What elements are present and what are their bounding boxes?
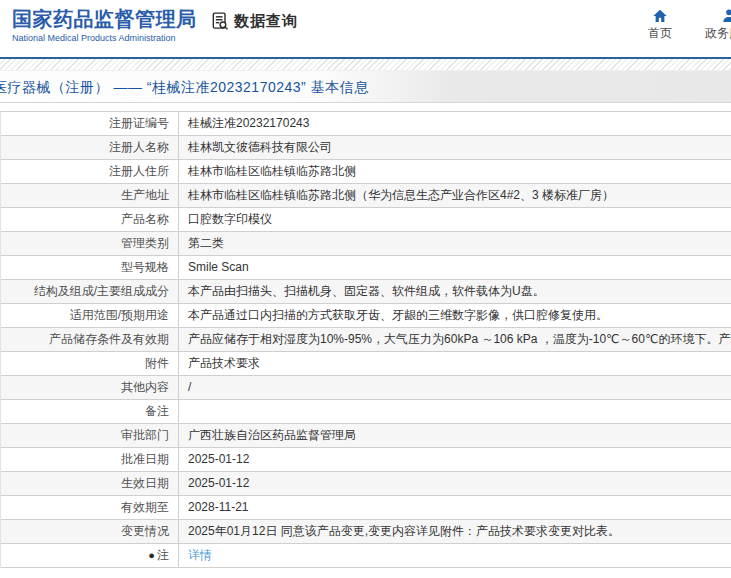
row-value: 桂林市临桂区临桂镇临苏路北侧（华为信息生态产业合作区4#2、3 楼标准厂房） bbox=[179, 184, 731, 207]
table-row: 生效日期2025-01-12 bbox=[1, 472, 731, 496]
detail-link[interactable]: 详情 bbox=[188, 548, 212, 562]
row-label: 有效期至 bbox=[1, 496, 179, 519]
table-row: 注册证编号桂械注准20232170243 bbox=[1, 112, 731, 136]
stripe-band bbox=[0, 59, 731, 71]
row-label: 适用范围/预期用途 bbox=[1, 304, 179, 327]
table-row: 注册人名称桂林凯文彼德科技有限公司 bbox=[1, 136, 731, 160]
row-value: 口腔数字印模仪 bbox=[179, 208, 731, 231]
table-row: 产品名称口腔数字印模仪 bbox=[1, 208, 731, 232]
nmpa-logo[interactable]: 国家药品监督管理局 National Medical Products Admi… bbox=[12, 7, 197, 44]
row-label: 产品名称 bbox=[1, 208, 179, 231]
data-query-label: 数据查询 bbox=[234, 12, 298, 31]
data-query-section: 数据查询 bbox=[210, 11, 298, 31]
site-header: 国家药品监督管理局 National Medical Products Admi… bbox=[0, 0, 731, 57]
table-row: 有效期至2028-11-21 bbox=[1, 496, 731, 520]
row-value: 桂械注准20232170243 bbox=[179, 112, 731, 135]
row-label: 注册人名称 bbox=[1, 136, 179, 159]
table-row: ●注详情 bbox=[1, 544, 731, 568]
row-value: 2025-01-12 bbox=[179, 472, 731, 495]
row-label: 注册人住所 bbox=[1, 160, 179, 183]
row-value: 广西壮族自治区药品监督管理局 bbox=[179, 424, 731, 447]
nav-gov-services[interactable]: 政务服务 bbox=[703, 8, 731, 40]
row-label: 注册证编号 bbox=[1, 112, 179, 135]
row-value: 第二类 bbox=[179, 232, 731, 255]
row-label: 附件 bbox=[1, 352, 179, 375]
table-row: 适用范围/预期用途本产品通过口内扫描的方式获取牙齿、牙龈的三维数字影像，供口腔修… bbox=[1, 304, 731, 328]
row-label: 型号规格 bbox=[1, 256, 179, 279]
info-table: 注册证编号桂械注准20232170243注册人名称桂林凯文彼德科技有限公司注册人… bbox=[0, 111, 731, 568]
table-row: 管理类别第二类 bbox=[1, 232, 731, 256]
row-value: 桂林市临桂区临桂镇临苏路北侧 bbox=[179, 160, 731, 183]
row-value: 2025年01月12日 同意该产品变更,变更内容详见附件：产品技术要求变更对比表… bbox=[179, 520, 731, 543]
row-value: 2025-01-12 bbox=[179, 448, 731, 471]
nav-gov-label: 政务服务 bbox=[703, 26, 731, 40]
row-label: 结构及组成/主要组成成分 bbox=[1, 280, 179, 303]
row-value: 详情 bbox=[179, 544, 731, 567]
nav-home[interactable]: 首页 bbox=[644, 8, 676, 40]
table-row: 生产地址桂林市临桂区临桂镇临苏路北侧（华为信息生态产业合作区4#2、3 楼标准厂… bbox=[1, 184, 731, 208]
table-row: 附件产品技术要求 bbox=[1, 352, 731, 376]
row-value: 桂林凯文彼德科技有限公司 bbox=[179, 136, 731, 159]
row-value: / bbox=[179, 376, 731, 399]
row-value: 2028-11-21 bbox=[179, 496, 731, 519]
row-label: 其他内容 bbox=[1, 376, 179, 399]
table-row: 型号规格Smile Scan bbox=[1, 256, 731, 280]
row-label: 变更情况 bbox=[1, 520, 179, 543]
table-row: 产品储存条件及有效期产品应储存于相对湿度为10%-95%，大气压力为60kPa … bbox=[1, 328, 731, 352]
table-row: 备注 bbox=[1, 400, 731, 424]
table-row: 结构及组成/主要组成成分本产品由扫描头、扫描机身、固定器、软件组成，软件载体为U… bbox=[1, 280, 731, 304]
row-label: 审批部门 bbox=[1, 424, 179, 447]
row-value: Smile Scan bbox=[179, 256, 731, 279]
row-value: 产品应储存于相对湿度为10%-95%，大气压力为60kPa ～106 kPa ，… bbox=[179, 328, 731, 351]
table-row: 变更情况2025年01月12日 同意该产品变更,变更内容详见附件：产品技术要求变… bbox=[1, 520, 731, 544]
row-value: 产品技术要求 bbox=[179, 352, 731, 375]
table-row: 其他内容/ bbox=[1, 376, 731, 400]
row-label: 备注 bbox=[1, 400, 179, 423]
table-row: 注册人住所桂林市临桂区临桂镇临苏路北侧 bbox=[1, 160, 731, 184]
logo-title-en: National Medical Products Administration bbox=[12, 32, 197, 44]
row-value: 本产品通过口内扫描的方式获取牙齿、牙龈的三维数字影像，供口腔修复使用。 bbox=[179, 304, 731, 327]
row-label: ●注 bbox=[1, 544, 179, 567]
row-label: 生效日期 bbox=[1, 472, 179, 495]
table-row: 审批部门广西壮族自治区药品监督管理局 bbox=[1, 424, 731, 448]
row-label: 批准日期 bbox=[1, 448, 179, 471]
row-value bbox=[179, 400, 731, 423]
row-label: 产品储存条件及有效期 bbox=[1, 328, 179, 351]
table-row: 批准日期2025-01-12 bbox=[1, 448, 731, 472]
logo-title-cn: 国家药品监督管理局 bbox=[12, 7, 197, 31]
nav-home-label: 首页 bbox=[644, 26, 676, 40]
breadcrumb-title-bar: 医疗器械（注册） —— “桂械注准20232170243” 基本信息 bbox=[0, 71, 731, 103]
row-label: 生产地址 bbox=[1, 184, 179, 207]
row-label: 管理类别 bbox=[1, 232, 179, 255]
note-pin-icon: ● bbox=[148, 549, 155, 561]
home-icon bbox=[644, 8, 676, 24]
row-value: 本产品由扫描头、扫描机身、固定器、软件组成，软件载体为U盘。 bbox=[179, 280, 731, 303]
page-title: 医疗器械（注册） —— “桂械注准20232170243” 基本信息 bbox=[0, 72, 369, 103]
data-query-icon bbox=[210, 11, 230, 31]
user-icon bbox=[703, 8, 731, 24]
